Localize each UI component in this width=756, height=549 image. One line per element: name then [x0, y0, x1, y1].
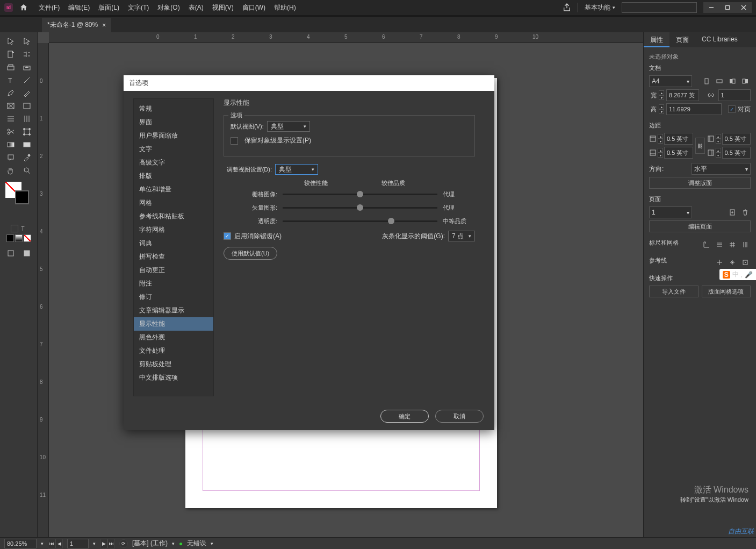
horizontal-grid-tool[interactable] — [3, 113, 18, 125]
import-file-button[interactable]: 导入文件 — [649, 286, 699, 297]
binding-left-icon[interactable] — [727, 76, 738, 87]
pref-category-item[interactable]: 拼写检查 — [134, 250, 213, 263]
document-grid-icon[interactable] — [727, 239, 738, 250]
quality-slider[interactable] — [283, 220, 437, 222]
line-tool[interactable] — [19, 74, 34, 86]
selection-tool[interactable] — [3, 35, 18, 47]
type-tool[interactable]: T — [3, 74, 18, 86]
preview-view-icon[interactable] — [19, 247, 34, 259]
pencil-tool[interactable] — [19, 87, 34, 99]
page-tool[interactable] — [3, 48, 18, 60]
baseline-grid-icon[interactable] — [714, 239, 725, 250]
container-format-icon[interactable] — [11, 225, 18, 232]
scissors-tool[interactable] — [3, 126, 18, 138]
default-view-select[interactable]: 典型 — [267, 121, 310, 132]
pref-category-item[interactable]: 修订 — [134, 290, 213, 304]
width-input[interactable]: 8.2677 英 — [666, 89, 699, 101]
pref-category-item[interactable]: 常规 — [134, 102, 213, 116]
menu-item[interactable]: 文字(T) — [124, 1, 153, 15]
guides-icon[interactable] — [714, 257, 725, 268]
margin-left-input[interactable]: 0.5 英寸 — [722, 133, 751, 145]
close-button[interactable] — [736, 2, 752, 13]
delete-page-icon[interactable] — [740, 207, 751, 218]
margin-bottom-input[interactable]: 0.5 英寸 — [664, 147, 693, 159]
facing-pages-checkbox[interactable] — [728, 105, 736, 113]
panel-tab[interactable]: 属性 — [644, 32, 669, 47]
pref-category-item[interactable]: 界面 — [134, 116, 213, 129]
hand-tool[interactable] — [3, 165, 18, 176]
height-input[interactable]: 11.6929 — [666, 103, 722, 115]
content-collector-tool[interactable] — [3, 61, 18, 73]
close-tab-icon[interactable]: × — [102, 22, 106, 29]
pref-category-item[interactable]: 显示性能 — [134, 317, 213, 331]
apply-none-icon[interactable] — [24, 234, 31, 242]
next-page-button[interactable]: ▶ — [100, 539, 107, 548]
document-tab[interactable]: *未命名-1 @ 80%× — [42, 18, 111, 32]
adjust-view-select[interactable]: 典型 — [275, 164, 318, 175]
panel-tab[interactable]: 页面 — [669, 32, 695, 47]
quality-slider[interactable] — [283, 194, 437, 195]
menu-item[interactable]: 视图(V) — [208, 1, 238, 15]
smart-guides-icon[interactable] — [727, 257, 738, 268]
new-page-icon[interactable] — [727, 207, 738, 218]
preserve-object-checkbox[interactable] — [231, 137, 238, 145]
maximize-button[interactable] — [719, 2, 736, 13]
gradient-swatch-tool[interactable] — [3, 139, 18, 151]
quality-slider[interactable] — [283, 207, 437, 209]
antialias-checkbox[interactable] — [224, 232, 231, 240]
pref-category-item[interactable]: 参考线和粘贴板 — [134, 210, 213, 223]
content-placer-tool[interactable] — [19, 61, 34, 73]
ruler-icon[interactable] — [701, 239, 712, 250]
home-icon[interactable] — [19, 3, 28, 12]
rectangle-frame-tool[interactable] — [3, 100, 18, 112]
preflight-status-icon[interactable]: ⟳ — [119, 539, 128, 548]
menu-item[interactable]: 文件(F) — [34, 1, 64, 15]
pen-tool[interactable] — [3, 87, 18, 99]
pref-category-item[interactable]: 单位和增量 — [134, 183, 213, 196]
menu-item[interactable]: 帮助(H) — [270, 1, 300, 15]
note-tool[interactable] — [3, 152, 18, 163]
prev-page-button[interactable]: ◀ — [55, 539, 63, 548]
apply-gradient-icon[interactable] — [15, 234, 23, 242]
link-wh-icon[interactable] — [705, 90, 716, 101]
free-transform-tool[interactable] — [19, 126, 34, 138]
orientation-select[interactable]: 水平 — [692, 163, 751, 175]
menu-item[interactable]: 编辑(E) — [64, 1, 94, 15]
use-defaults-button[interactable]: 使用默认值(U) — [224, 247, 277, 260]
text-format-icon[interactable]: T — [19, 225, 27, 232]
menu-item[interactable]: 版面(L) — [94, 1, 124, 15]
link-margins-icon[interactable]: ⛓ — [695, 138, 705, 154]
pref-category-item[interactable]: 文章编辑器显示 — [134, 304, 213, 317]
layout-grid-icon[interactable] — [740, 239, 751, 250]
pref-category-item[interactable]: 文件处理 — [134, 344, 213, 358]
orientation-portrait-icon[interactable] — [701, 76, 712, 87]
vertical-grid-tool[interactable] — [19, 113, 34, 125]
eyedropper-tool[interactable] — [19, 152, 34, 163]
margin-right-input[interactable]: 0.5 英寸 — [722, 147, 751, 159]
margin-top-input[interactable]: 0.5 英寸 — [664, 133, 693, 145]
workspace-dropdown[interactable]: 基本功能▾ — [585, 3, 615, 12]
direct-selection-tool[interactable] — [19, 35, 34, 47]
gradient-feather-tool[interactable] — [19, 139, 34, 151]
edit-pages-button[interactable]: 编辑页面 — [649, 220, 751, 232]
layout-grid-options-button[interactable]: 版面网格选项 — [702, 286, 751, 297]
apply-color-icon[interactable] — [6, 234, 14, 242]
rectangle-tool[interactable] — [19, 100, 34, 112]
pref-category-item[interactable]: 中文排版选项 — [134, 371, 213, 384]
menu-item[interactable]: 表(A) — [184, 1, 208, 15]
binding-right-icon[interactable] — [740, 76, 751, 87]
color-swatches[interactable] — [0, 180, 37, 206]
pref-category-item[interactable]: 排版 — [134, 169, 213, 183]
cancel-button[interactable]: 取消 — [435, 410, 484, 423]
orientation-landscape-icon[interactable] — [714, 76, 725, 87]
ok-button[interactable]: 确定 — [380, 410, 429, 423]
pref-category-item[interactable]: 词典 — [134, 237, 213, 250]
zoom-input[interactable]: 80.25% — [4, 539, 37, 548]
pref-category-item[interactable]: 网格 — [134, 196, 213, 210]
pref-category-item[interactable]: 字符网格 — [134, 223, 213, 237]
page-input[interactable]: 1 — [67, 539, 89, 548]
share-icon[interactable] — [563, 3, 571, 12]
menu-item[interactable]: 对象(O) — [153, 1, 184, 15]
first-page-button[interactable]: ⏮ — [48, 539, 55, 548]
search-input[interactable] — [622, 2, 697, 13]
